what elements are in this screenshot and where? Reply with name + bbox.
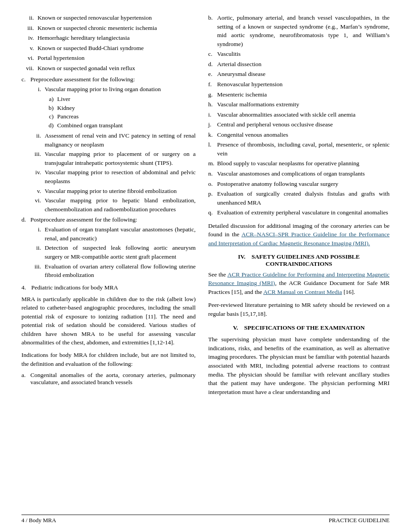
list-item: m. Blood supply to vascular neoplasms fo… xyxy=(208,159,390,168)
roman-list-intro: ii. Known or suspected renovascular hype… xyxy=(21,13,196,72)
c-label: Preprocedure assessment for the followin… xyxy=(30,76,135,83)
d-section: d. Postprocedure assessment for the foll… xyxy=(21,216,196,223)
list-item: vii. Known or suspected gonadal vein ref… xyxy=(21,64,196,73)
list-item: k. Congenital venous anomalies xyxy=(208,130,390,139)
list-item: iii. Evaluation of ovarian artery collat… xyxy=(29,262,196,280)
left-column: ii. Known or suspected renovascular hype… xyxy=(21,13,196,400)
list-item: q. Evaluation of extremity peripheral va… xyxy=(208,208,390,217)
footer-right: PRACTICE GUIDELINE xyxy=(329,517,390,524)
see-para: See the ACR Practice Guideline for Perfo… xyxy=(208,270,390,297)
list-item: iii. Vascular mapping prior to placement… xyxy=(29,150,196,167)
c-section: c. Preprocedure assessment for the follo… xyxy=(21,76,196,83)
list-item: ii. Known or suspected renovascular hype… xyxy=(21,13,196,22)
pedi-para1: MRA is particularly applicable in childr… xyxy=(21,295,196,347)
list-item: e. Aneurysmal disease xyxy=(208,70,390,79)
list-item: b. Aortic, pulmonary arterial, and branc… xyxy=(208,13,390,48)
list-item: f. Renovascular hypertension xyxy=(208,80,390,89)
peer-para: Peer-reviewed literature pertaining to M… xyxy=(208,301,390,318)
list-item: iv. Hemorrhagic hereditary telangiectasi… xyxy=(21,34,196,42)
footer: 4 / Body MRA PRACTICE GUIDELINE xyxy=(21,515,390,524)
list-item: p. Evaluation of surgically created dial… xyxy=(208,189,390,207)
see-text1: See the xyxy=(208,271,227,278)
child-a-text: Congenital anomalies of the aorta, coron… xyxy=(30,372,196,386)
item4-header: 4. Pediatric indications for body MRA xyxy=(21,284,196,291)
list-item: v. Known or suspected Budd-Chiari syndro… xyxy=(21,44,196,53)
d-marker: d. xyxy=(21,216,30,223)
list-item: i. Vascular abnormalities associated wit… xyxy=(208,110,390,119)
list-item: v. Vascular mapping prior to uterine fib… xyxy=(29,187,196,196)
list-item: i. Vascular mapping prior to living orga… xyxy=(29,85,196,130)
list-item: c. Vasculitis xyxy=(208,50,390,59)
list-item: n. Vascular anastomoses and complication… xyxy=(208,169,390,178)
list-item: h. Vascular malformations extremity xyxy=(208,100,390,109)
list-item: ii. Assessment of renal vein and IVC pat… xyxy=(29,131,196,149)
list-item: d. Arterial dissection xyxy=(208,60,390,69)
organ-sublist: a) Liver b) Kidney c) Pancreas xyxy=(45,95,196,130)
supervising-para: The supervising physician must have comp… xyxy=(208,335,390,396)
list-item: ii. Detection of suspected leak followin… xyxy=(29,243,196,261)
list-item: iii. Known or suspected chronic mesenter… xyxy=(21,24,196,33)
list-item: b) Kidney xyxy=(45,104,196,113)
see-link2[interactable]: ACR Manual on Contrast Media xyxy=(263,289,342,295)
list-item: j. Central and peripheral venous occlusi… xyxy=(208,120,390,129)
list-item: vi. Portal hypertension xyxy=(21,54,196,63)
d-label: Postprocedure assessment for the followi… xyxy=(30,216,137,223)
list-item: l. Presence of thrombosis, including cav… xyxy=(208,140,390,158)
page: ii. Known or suspected renovascular hype… xyxy=(0,0,411,532)
item4-label: Pediatric indications for body MRA xyxy=(31,284,118,291)
child-a-item: a. Congenital anomalies of the aorta, co… xyxy=(21,372,196,386)
detail-para: Detailed discussion for additional imagi… xyxy=(208,222,390,248)
list-item: c) Pancreas xyxy=(45,112,196,121)
section4-heading: IV. SAFETY GUIDELINES AND POSSIBLE CONTR… xyxy=(208,253,390,268)
list-item: i. Evaluation of organ transplant vascul… xyxy=(29,225,196,243)
list-item: g. Mesenteric ischemia xyxy=(208,90,390,99)
pedi-para2: Indications for body MRA for children in… xyxy=(21,351,196,368)
section5-heading: V. SPECIFICATIONS OF THE EXAMINATION xyxy=(208,324,390,331)
child-a-marker: a. xyxy=(21,372,30,386)
item4-marker: 4. xyxy=(21,284,31,291)
c-marker: c. xyxy=(21,76,30,83)
alpha-list: b. Aortic, pulmonary arterial, and branc… xyxy=(208,13,390,217)
list-item: vi. Vascular mapping prior to hepatic bl… xyxy=(29,196,196,214)
c-sub-list: i. Vascular mapping prior to living orga… xyxy=(21,85,196,214)
footer-left: 4 / Body MRA xyxy=(21,517,56,524)
list-item: d) Combined organ transplant xyxy=(45,121,196,130)
see-text3: [16]. xyxy=(342,289,355,295)
d-sub-list: i. Evaluation of organ transplant vascul… xyxy=(21,225,196,279)
right-column: b. Aortic, pulmonary arterial, and branc… xyxy=(208,13,390,400)
list-item: o. Postoperative anatomy following vascu… xyxy=(208,180,390,189)
list-item: iv. Vascular mapping prior to resection … xyxy=(29,168,196,185)
list-item: a) Liver xyxy=(45,95,196,104)
